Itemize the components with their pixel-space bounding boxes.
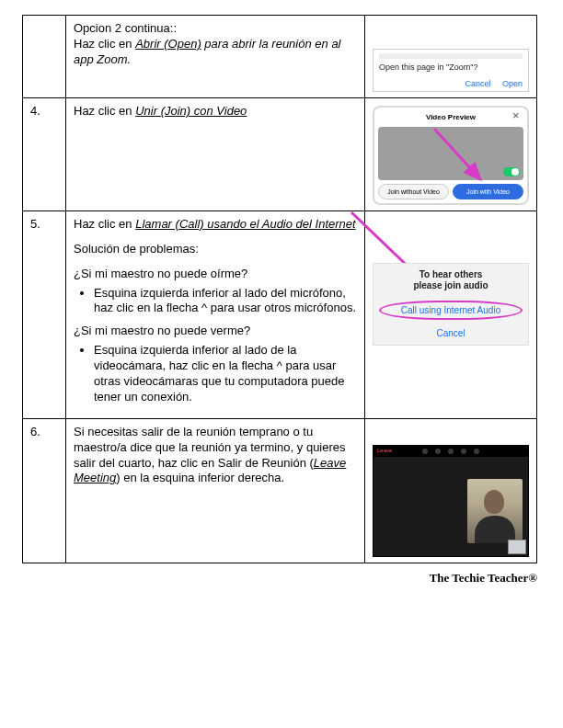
dialog-cancel-button[interactable]: Cancel (465, 79, 490, 88)
mirror-toggle[interactable] (503, 167, 520, 176)
video-pane (378, 127, 523, 180)
participant-video (467, 479, 523, 543)
audio-dialog: To hear others please join audio Call us… (373, 263, 529, 346)
question-see: ¿Si mi maestro no puede verme? (74, 324, 357, 339)
step-text: Haz clic en Unir (Join) con Video (66, 98, 365, 210)
video-preview-dialog: Video Preview ✕ Join without Video Join … (373, 106, 529, 204)
step-image-open: Open this page in "Zoom"? Cancel Open (365, 16, 537, 98)
toolbar-icon[interactable] (461, 449, 466, 454)
troubleshoot-header: Solución de problemas: (74, 242, 357, 257)
action-join-video: Unir (Join) con Video (135, 104, 247, 118)
leave-button[interactable]: Leave (377, 448, 392, 455)
highlight-oval: Call using Internet Audio (379, 301, 523, 320)
toolbar-icon[interactable] (422, 449, 428, 454)
join-without-video-button[interactable]: Join without Video (378, 184, 449, 199)
meeting-toolbar (373, 446, 528, 457)
row-join-video: 4. Haz clic en Unir (Join) con Video Vid… (23, 98, 537, 210)
step-title: Opcion 2 continua:: (74, 21, 357, 37)
dialog-titlebar (379, 53, 523, 59)
zoom-meeting-window: Leave (373, 445, 529, 557)
step-image-leave: Leave (365, 418, 537, 563)
action-open: Abrir (Open) (135, 37, 201, 51)
dialog-text: Open this page in "Zoom"? (379, 63, 523, 74)
audio-cancel-button[interactable]: Cancel (377, 327, 524, 339)
bullet-camera: Esquina izquierda inferior al lado de la… (94, 343, 357, 405)
step-image-join: Video Preview ✕ Join without Video Join … (365, 98, 537, 210)
step-text: Haz clic en Llamar (Call) usando el Audi… (66, 210, 365, 418)
toolbar-icon[interactable] (448, 449, 454, 454)
open-zoom-dialog: Open this page in "Zoom"? Cancel Open (373, 49, 529, 92)
row-leave-meeting: 6. Si necesitas salir de la reunión temp… (23, 418, 537, 563)
action-call-audio: Llamar (Call) usando el Audio del Intern… (135, 217, 355, 231)
step-number (23, 16, 66, 98)
video-preview-title: Video Preview (426, 113, 476, 121)
self-thumbnail (508, 540, 526, 554)
footer-brand: The Techie Teacher® (22, 571, 537, 586)
row-call-audio: 5. Haz clic en Llamar (Call) usando el A… (23, 210, 537, 418)
instruction-table: Opcion 2 continua:: Haz clic en Abrir (O… (22, 15, 537, 563)
step-image-audio: To hear others please join audio Call us… (365, 210, 537, 418)
step-text: Si necesitas salir de la reunión tempran… (66, 418, 365, 563)
step-number: 4. (23, 98, 66, 210)
step-number: 5. (23, 210, 66, 418)
question-hear: ¿Si mi maestro no puede oírme? (74, 267, 357, 282)
step-text: Opcion 2 continua:: Haz clic en Abrir (O… (66, 16, 365, 98)
dialog-open-button[interactable]: Open (502, 79, 523, 88)
join-with-video-button[interactable]: Join with Video (453, 184, 523, 199)
toolbar-icon[interactable] (474, 449, 479, 454)
close-icon[interactable]: ✕ (512, 111, 520, 122)
call-internet-audio-button[interactable]: Call using Internet Audio (385, 304, 517, 316)
row-open-zoom: Opcion 2 continua:: Haz clic en Abrir (O… (23, 16, 537, 98)
step-number: 6. (23, 418, 66, 563)
toolbar-icon[interactable] (435, 449, 441, 454)
bullet-microphone: Esquina izquierda inferior al lado del m… (94, 286, 357, 317)
